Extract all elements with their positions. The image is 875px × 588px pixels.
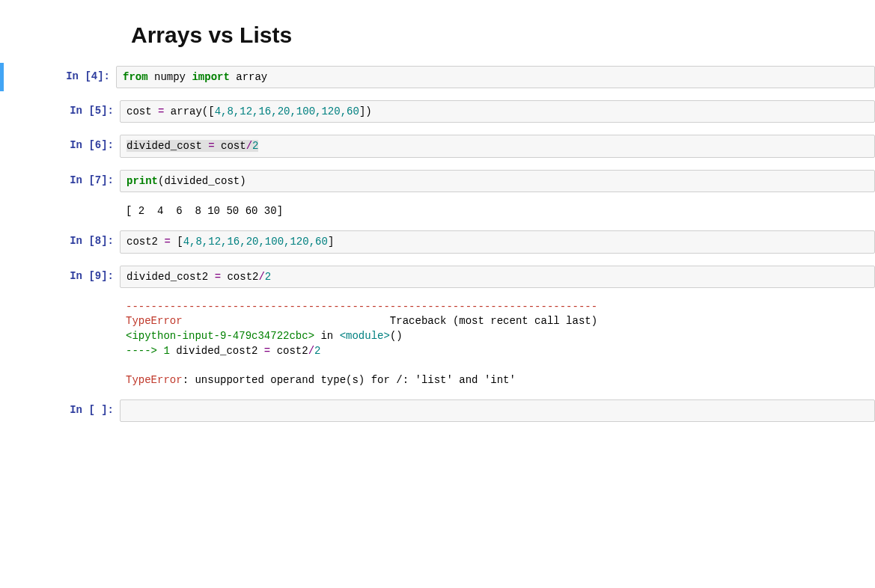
err-num: 2 bbox=[314, 345, 320, 357]
operator-div: / bbox=[246, 140, 252, 152]
var-text: cost2 bbox=[126, 236, 164, 248]
output-stdout: [ 2 4 6 8 10 50 60 30] bbox=[120, 201, 875, 222]
code-text: cost bbox=[215, 140, 246, 152]
traceback-label: Traceback (most recent call last) bbox=[183, 315, 598, 327]
number-list: 4,8,12,16,20,100,120,60 bbox=[183, 236, 328, 248]
code-text: ]) bbox=[359, 105, 372, 117]
error-arrow: ----> 1 bbox=[126, 345, 170, 357]
builtin-print: print bbox=[126, 175, 158, 187]
in-word: in bbox=[314, 330, 340, 342]
input-prompt: In [9]: bbox=[4, 266, 120, 288]
code-cell-5[interactable]: In [5]: cost = array([4,8,12,16,20,100,1… bbox=[0, 97, 875, 126]
code-text: [ bbox=[171, 236, 183, 248]
paren: () bbox=[390, 330, 403, 342]
keyword-import: import bbox=[192, 71, 229, 83]
code-cell-7[interactable]: In [7]: print(divided_cost) bbox=[0, 167, 875, 195]
code-input[interactable]: cost = array([4,8,12,16,20,100,120,60]) bbox=[120, 100, 875, 123]
err-eq: = bbox=[264, 345, 270, 357]
code-text: (divided_cost) bbox=[158, 175, 246, 187]
code-input[interactable]: divided_cost2 = cost2/2 bbox=[120, 266, 875, 288]
input-prompt: In [4]: bbox=[4, 66, 116, 88]
error-type: TypeError bbox=[126, 315, 183, 327]
error-divider: ----------------------------------------… bbox=[126, 301, 597, 313]
output-row-9: ----------------------------------------… bbox=[0, 297, 875, 391]
err-code: cost2 bbox=[270, 345, 308, 357]
keyword-from: from bbox=[123, 71, 148, 83]
number: 2 bbox=[252, 140, 258, 152]
operator-div: / bbox=[258, 271, 264, 283]
code-input[interactable]: divided_cost = cost/2 bbox=[120, 135, 875, 157]
err-code: divided_cost2 bbox=[170, 345, 264, 357]
operator-eq: = bbox=[215, 271, 221, 283]
operator-eq: = bbox=[208, 140, 214, 152]
input-prompt: In [6]: bbox=[4, 135, 120, 157]
code-input[interactable]: cost2 = [4,8,12,16,20,100,120,60] bbox=[120, 230, 875, 253]
output-prompt-spacer bbox=[4, 201, 120, 222]
code-input[interactable]: print(divided_cost) bbox=[120, 170, 875, 192]
number-list: 4,8,12,16,20,100,120,60 bbox=[215, 105, 359, 117]
err-op: / bbox=[308, 345, 314, 357]
error-type-final: TypeError bbox=[126, 374, 183, 386]
input-prompt: In [5]: bbox=[4, 100, 120, 123]
var-text: cost bbox=[126, 105, 158, 117]
code-cell-9[interactable]: In [9]: divided_cost2 = cost2/2 bbox=[0, 263, 875, 291]
operator-eq: = bbox=[164, 236, 170, 248]
module-name: numpy bbox=[154, 71, 186, 83]
code-cell-6[interactable]: In [6]: divided_cost = cost/2 bbox=[0, 132, 875, 160]
input-prompt: In [ ]: bbox=[4, 399, 120, 422]
section-heading: Arrays vs Lists bbox=[131, 22, 875, 48]
var-text: divided_cost2 bbox=[126, 271, 215, 283]
code-input[interactable] bbox=[120, 399, 875, 422]
code-cell-8[interactable]: In [8]: cost2 = [4,8,12,16,20,100,120,60… bbox=[0, 227, 875, 256]
import-name: array bbox=[236, 71, 267, 83]
input-prompt: In [7]: bbox=[4, 170, 120, 192]
var-text: divided_cost bbox=[126, 140, 208, 152]
notebook-container: Arrays vs Lists In [4]: from numpy impor… bbox=[0, 0, 875, 425]
number: 2 bbox=[265, 271, 271, 283]
code-input[interactable]: from numpy import array bbox=[116, 66, 875, 88]
output-traceback: ----------------------------------------… bbox=[120, 297, 875, 391]
output-row-7: [ 2 4 6 8 10 50 60 30] bbox=[0, 201, 875, 222]
highlighted-code: divided_cost = cost/2 bbox=[126, 140, 258, 152]
code-text: array([ bbox=[164, 105, 214, 117]
code-text: cost2 bbox=[221, 271, 258, 283]
module-ref: <module> bbox=[340, 330, 390, 342]
code-cell-4[interactable]: In [4]: from numpy import array bbox=[0, 63, 875, 91]
output-prompt-spacer bbox=[4, 297, 120, 391]
code-cell-empty[interactable]: In [ ]: bbox=[0, 396, 875, 425]
ipython-input-ref: <ipython-input-9-479c34722cbc> bbox=[126, 330, 314, 342]
code-text: ] bbox=[328, 236, 334, 248]
input-prompt: In [8]: bbox=[4, 230, 120, 253]
error-message: : unsupported operand type(s) for /: 'li… bbox=[183, 374, 516, 386]
